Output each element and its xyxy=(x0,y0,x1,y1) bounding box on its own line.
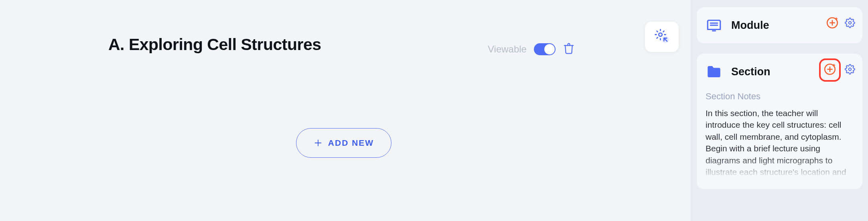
gear-arrows-icon xyxy=(653,28,670,46)
toggle-knob xyxy=(544,44,555,54)
section-settings-button[interactable] xyxy=(845,64,855,76)
viewable-toggle[interactable] xyxy=(534,43,556,55)
module-title: Module xyxy=(731,19,769,32)
trash-icon xyxy=(563,42,575,56)
section-panel: Section xyxy=(697,54,862,189)
module-icon xyxy=(706,17,722,34)
module-panel: Module xyxy=(697,7,862,43)
viewable-control-group: Viewable xyxy=(488,42,575,56)
add-new-button[interactable]: ADD NEW xyxy=(296,128,391,158)
settings-button[interactable] xyxy=(645,22,679,52)
plus-sparkle-icon xyxy=(825,16,839,31)
main-content: A. Exploring Cell Structures Viewable xyxy=(0,0,686,221)
section-title: Section xyxy=(731,66,771,78)
gear-icon xyxy=(845,64,855,76)
svg-point-13 xyxy=(849,22,852,24)
svg-point-0 xyxy=(659,33,662,36)
folder-icon xyxy=(706,63,722,80)
gear-icon xyxy=(845,18,855,30)
plus-sparkle-icon xyxy=(823,62,837,78)
module-actions xyxy=(825,16,855,31)
section-notes-body: In this section, the teacher will introd… xyxy=(706,107,854,179)
page-title: A. Exploring Cell Structures xyxy=(108,35,321,54)
section-actions xyxy=(819,62,855,78)
svg-point-17 xyxy=(849,68,852,71)
section-add-button[interactable] xyxy=(819,58,841,82)
add-new-label: ADD NEW xyxy=(328,138,374,148)
viewable-label: Viewable xyxy=(488,44,527,55)
delete-button[interactable] xyxy=(563,42,575,56)
plus-icon xyxy=(314,139,322,147)
module-add-button[interactable] xyxy=(825,16,839,31)
module-settings-button[interactable] xyxy=(845,18,855,30)
right-sidebar: Module xyxy=(691,0,868,221)
section-notes-heading: Section Notes xyxy=(706,91,854,102)
